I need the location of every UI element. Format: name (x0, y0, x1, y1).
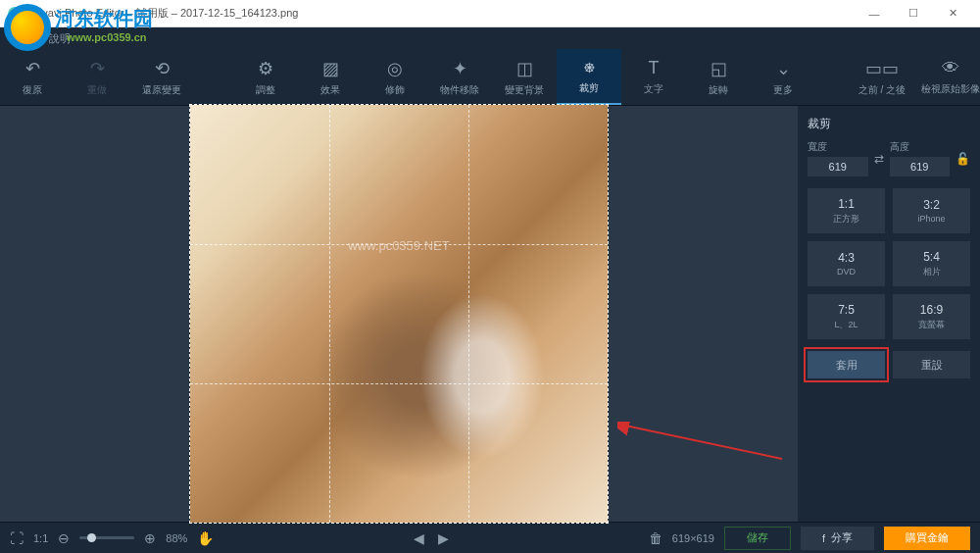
width-input[interactable] (808, 157, 868, 176)
panel-title: 裁剪 (808, 116, 970, 132)
zoom-in-icon[interactable]: ⊕ (144, 530, 156, 546)
effects-button[interactable]: ▨ 效果 (298, 49, 363, 105)
ratio-5-4[interactable]: 5:4相片 (893, 241, 970, 286)
dimensions-display: 619×619 (672, 532, 714, 544)
remove-icon: ✦ (453, 58, 467, 79)
crop-gridline (468, 105, 469, 523)
canvas-area[interactable]: www.pc0359.NET (0, 106, 798, 522)
app-logo (8, 7, 22, 21)
width-label: 寬度 (808, 140, 868, 154)
svg-line-0 (625, 426, 782, 459)
view-original-button[interactable]: 👁 檢視原始影像 (921, 49, 980, 105)
title-bar: Movavi Photo Editor – 試用版 – 2017-12-15_1… (0, 0, 980, 27)
compare-icon: ▭▭ (865, 58, 899, 79)
crop-gridline (190, 383, 608, 384)
menu-help[interactable]: 說明 (49, 31, 71, 46)
ratio-display: 1:1 (33, 532, 48, 544)
toolbar: ↶ 復原 ↷ 重做 ⟲ 還原變更 ⚙ 調整 ▨ 效果 ◎ 修飾 ✦ 物件移除 ◫… (0, 49, 980, 106)
background-button[interactable]: ◫ 變更背景 (492, 49, 557, 105)
save-button[interactable]: 儲存 (724, 527, 791, 550)
before-after-button[interactable]: ▭▭ 之前 / 之後 (843, 49, 921, 105)
retouch-icon: ◎ (387, 58, 403, 79)
facebook-icon: f (822, 532, 825, 544)
menu-file[interactable]: 檔案 (12, 31, 33, 46)
eye-icon: 👁 (942, 58, 959, 78)
height-input[interactable] (890, 157, 951, 176)
revert-icon: ⟲ (155, 58, 170, 79)
main-area: www.pc0359.NET 裁剪 寬度 ⇄ 高度 🔓 1:1正方形 (0, 106, 980, 522)
bottom-bar: ⛶ 1:1 ⊖ ⊕ 88% ✋ ◀ ▶ 🗑 619×619 儲存 f分享 購買金… (0, 522, 980, 553)
undo-icon: ↶ (25, 58, 40, 79)
maximize-button[interactable]: ☐ (894, 0, 933, 27)
rotate-button[interactable]: ◱ 旋轉 (686, 49, 751, 105)
close-button[interactable]: ✕ (933, 0, 972, 27)
background-icon: ◫ (516, 58, 533, 79)
zoom-out-icon[interactable]: ⊖ (58, 530, 70, 546)
crop-button[interactable]: ⎈ 裁剪 (557, 49, 621, 105)
crop-icon: ⎈ (584, 57, 595, 77)
adjust-button[interactable]: ⚙ 調整 (233, 49, 298, 105)
crop-gridline (190, 244, 608, 245)
minimize-button[interactable]: — (855, 0, 894, 27)
trash-icon[interactable]: 🗑 (649, 530, 662, 546)
remove-button[interactable]: ✦ 物件移除 (427, 49, 492, 105)
ratio-7-5[interactable]: 7:5L、2L (808, 294, 885, 339)
fullscreen-icon[interactable]: ⛶ (10, 530, 24, 546)
photo-watermark: www.pc0359.NET (348, 238, 449, 253)
height-label: 高度 (890, 140, 951, 154)
hand-icon[interactable]: ✋ (197, 530, 214, 546)
window-title: Movavi Photo Editor – 試用版 – 2017-12-15_1… (27, 6, 298, 21)
crop-panel: 裁剪 寬度 ⇄ 高度 🔓 1:1正方形 3:2iPhone 4:3DVD 5:4… (798, 106, 980, 522)
menu-bar: 檔案 說明 (0, 27, 980, 49)
ratio-16-9[interactable]: 16:9寬螢幕 (893, 294, 970, 339)
text-icon: T (649, 58, 660, 78)
retouch-button[interactable]: ◎ 修飾 (363, 49, 427, 105)
chevron-down-icon: ⌄ (776, 58, 791, 79)
rotate-icon: ◱ (710, 58, 727, 79)
redo-icon: ↷ (90, 58, 105, 79)
ratio-grid: 1:1正方形 3:2iPhone 4:3DVD 5:4相片 7:5L、2L 16… (808, 188, 970, 339)
buy-button[interactable]: 購買金鑰 (884, 527, 970, 550)
link-icon[interactable]: ⇄ (874, 152, 884, 166)
revert-button[interactable]: ⟲ 還原變更 (129, 49, 194, 105)
ratio-3-2[interactable]: 3:2iPhone (893, 188, 970, 233)
more-button[interactable]: ⌄ 更多 (751, 49, 815, 105)
undo-button[interactable]: ↶ 復原 (0, 49, 65, 105)
ratio-4-3[interactable]: 4:3DVD (808, 241, 885, 286)
reset-button[interactable]: 重設 (893, 351, 970, 378)
adjust-icon: ⚙ (258, 58, 273, 79)
ratio-1-1[interactable]: 1:1正方形 (808, 188, 885, 233)
photo-preview: www.pc0359.NET (190, 105, 608, 523)
lock-icon[interactable]: 🔓 (956, 152, 970, 166)
annotation-arrow (617, 422, 784, 461)
next-icon[interactable]: ▶ (438, 530, 449, 546)
effects-icon: ▨ (322, 58, 339, 79)
redo-button[interactable]: ↷ 重做 (65, 49, 129, 105)
crop-selection[interactable]: www.pc0359.NET (189, 104, 609, 524)
crop-gridline (329, 105, 330, 523)
share-button[interactable]: f分享 (801, 527, 874, 550)
prev-icon[interactable]: ◀ (414, 530, 424, 546)
apply-button[interactable]: 套用 (808, 351, 885, 378)
zoom-slider[interactable] (79, 536, 134, 539)
zoom-value: 88% (166, 532, 187, 544)
text-button[interactable]: T 文字 (621, 49, 686, 105)
